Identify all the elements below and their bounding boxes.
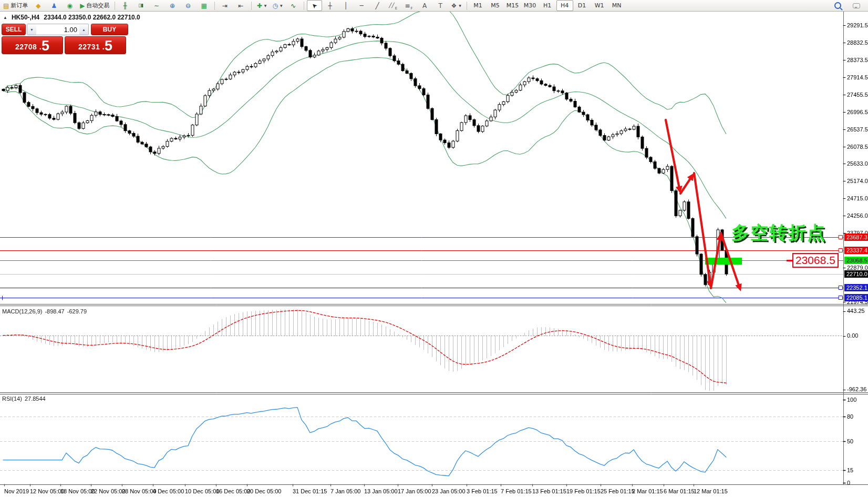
fibonacci-button[interactable]: ≡F [401,0,417,11]
period-button[interactable]: ◷▼ [270,0,285,11]
volume-stepper: ▼ ▲ [27,24,89,35]
timeframe-m15-button[interactable]: M15 [504,0,521,11]
chart-title: ▲ HK50-,H4 23344.0 23350.0 22662.0 22710… [3,14,140,21]
timeframe-d1-button[interactable]: D1 [574,0,591,11]
auto-trading-button-label: 自动交易 [87,3,110,8]
new-order-button-label: 新订单 [11,3,28,8]
timeframe-mn-button[interactable]: MN [608,0,625,11]
text-label-icon: T [438,3,442,9]
fibonacci-icon: ≡ [405,3,410,9]
indicators-icon: ∿ [291,3,296,9]
auto-trading-button[interactable]: ▶自动交易 [78,0,111,11]
auto-scroll-button[interactable]: ⇤ [233,0,249,11]
equidistant-channel-button[interactable]: ╱╱E [386,0,401,11]
macd-value-1: -898.47 [45,308,64,315]
chat-button[interactable] [849,0,864,11]
horizontal-line-button[interactable]: ─ [354,0,369,11]
text-label-button[interactable]: T [433,0,448,11]
crosshair-icon: ┼ [328,3,332,9]
channel-icon: ╱╱ [389,3,395,8]
price-value-annotation[interactable]: 23068.5 [792,253,839,268]
chevron-down-icon: ▼ [264,4,267,7]
chevron-down-icon: ▼ [459,4,461,7]
horizontal-line-icon: ─ [359,3,363,9]
toolbar-separator [304,2,304,10]
community-button[interactable]: ♟ [46,0,61,11]
zoom-out-icon: ⊖ [185,3,191,9]
bar-chart-icon: ╫ [123,3,127,9]
arrows-button[interactable]: ❖▼ [449,0,464,11]
trendline-button[interactable]: ╱ [370,0,385,11]
favorites-icon: ◆ [36,3,40,9]
indicators-button[interactable]: ∿ [286,0,301,11]
chart-shift-icon: ⇥ [222,3,228,9]
auto-scroll-icon: ⇤ [238,3,243,9]
candlestick-chart-button[interactable]: ▯▮ [133,0,149,11]
signals-button[interactable]: ◉ [62,0,77,11]
tile-windows-icon: ▦ [201,3,206,9]
collapse-triangle-icon: ▲ [3,15,7,20]
timeframe-m1-button[interactable]: M1 [470,0,487,11]
main-toolbar: ▤新订单◆♟◉▶自动交易╫▯▮∼⊕⊖▦⇥⇤✚▼◷▼∿➤┼│─╱╱╱E≡FAT❖▼… [0,0,868,12]
crosshair-button[interactable]: ┼ [323,0,338,11]
new-order-icon: ▤ [3,3,9,9]
timeframe-m30-button[interactable]: M30 [522,0,539,11]
cursor-icon: ➤ [310,2,318,10]
search-button[interactable] [830,0,845,11]
signals-icon: ◉ [67,3,73,9]
text-button[interactable]: A [417,0,432,11]
buy-price-main: 22731 . [78,41,105,53]
volume-input[interactable] [36,24,79,35]
zoom-in-button[interactable]: ⊕ [165,0,180,11]
buy-price[interactable]: 22731 .5 [65,36,126,54]
favorites-button[interactable]: ◆ [30,0,46,11]
macd-value-2: -629.79 [67,308,87,315]
mt4-terminal: { "toolbar": { "groups": [ [ {"name":"ne… [0,0,868,497]
text-icon: A [422,3,427,9]
chevron-down-icon: ▼ [280,4,283,7]
toolbar-right-group [830,0,867,11]
one-click-trading-panel: SELL ▼ ▲ BUY 22708 .5 22731 .5 [2,24,126,54]
sell-price[interactable]: 22708 .5 [2,36,63,54]
new-chart-button[interactable]: ✚▼ [254,0,270,11]
toolbar-separator [467,2,467,10]
sell-price-main: 22708 . [15,41,42,53]
chart-shift-button[interactable]: ⇥ [218,0,233,11]
volume-increase-button[interactable]: ▲ [79,24,88,35]
new-chart-icon: ✚ [257,3,262,9]
volume-decrease-button[interactable]: ▼ [27,24,36,35]
rsi-name: RSI(14) [2,395,22,402]
line-chart-icon: ∼ [154,3,159,9]
timeframe-w1-button[interactable]: W1 [591,0,608,11]
price-chart-canvas[interactable] [0,0,868,497]
toolbar-separator [214,2,215,10]
toolbar-separator [251,2,252,10]
zoom-out-button[interactable]: ⊖ [181,0,196,11]
timeframe-h1-button[interactable]: H1 [539,0,556,11]
icon-subscript: F [411,7,413,11]
icon-subscript: E [395,7,397,11]
buy-button[interactable]: BUY [91,24,128,35]
macd-name: MACD(12,26,9) [2,308,42,315]
vertical-line-button[interactable]: │ [338,0,354,11]
cursor-button[interactable]: ➤ [307,0,322,11]
turning-point-annotation[interactable]: 多空转折点 [731,221,826,245]
new-order-button[interactable]: ▤新订单 [1,0,30,11]
community-icon: ♟ [51,3,57,9]
timeframe-h4-button[interactable]: H4 [556,0,573,11]
annotation-connector-line [787,260,792,261]
sell-button[interactable]: SELL [2,24,26,35]
tile-windows-button[interactable]: ▦ [197,0,212,11]
clock-icon: ◷ [273,3,278,9]
rsi-label: RSI(14) 27.8544 [2,395,46,402]
line-chart-button[interactable]: ∼ [149,0,164,11]
chat-icon [853,3,860,8]
bar-chart-button[interactable]: ╫ [118,0,133,11]
zoom-in-icon: ⊕ [170,3,175,9]
timeframe-m5-button[interactable]: M5 [487,0,504,11]
symbol-period-label: HK50-,H4 [12,14,39,21]
candlestick-chart-icon: ▯▮ [138,3,143,8]
rsi-value: 27.8544 [25,395,46,402]
buy-price-fraction: 5 [105,39,112,53]
search-icon [834,2,841,9]
